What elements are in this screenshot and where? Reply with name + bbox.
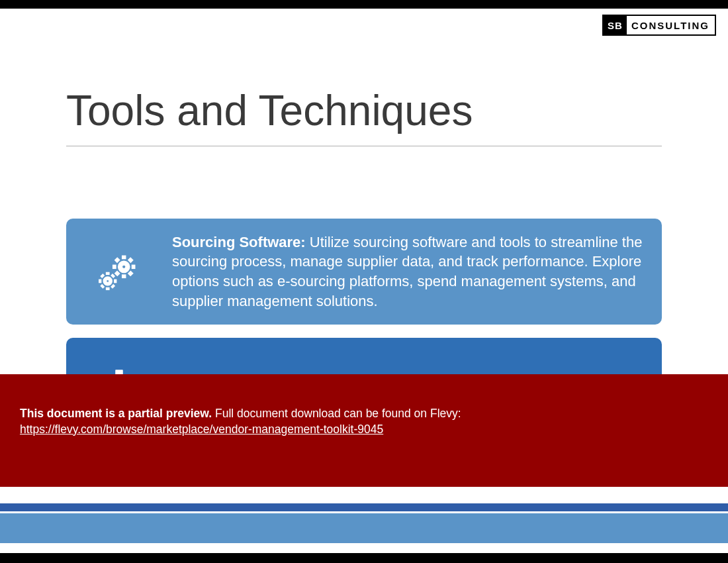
svg-point-0 [120,263,128,271]
top-accent-bar [0,0,728,9]
svg-line-7 [129,259,132,262]
overlay-line1: This document is a partial preview. Full… [20,406,708,422]
svg-point-9 [105,278,111,284]
accent-strip-dark [0,503,728,511]
card-text: Sourcing Software: Utilize sourcing soft… [172,219,662,325]
accent-strip-light [0,513,728,543]
svg-line-16 [112,275,114,277]
bottom-accent-bar [0,553,728,563]
brand-logo-text: CONSULTING [627,16,715,34]
slide: SB CONSULTING Tools and Techniques [0,0,728,563]
slide-title: Tools and Techniques [66,89,473,132]
svg-line-15 [112,285,114,287]
svg-line-6 [129,272,132,275]
svg-line-8 [116,272,118,275]
svg-line-14 [101,275,103,277]
card-lead: Sourcing Software: [172,234,306,250]
overlay-rest: Full document download can be found on F… [212,407,461,420]
svg-line-5 [116,259,118,262]
brand-logo-mark: SB [604,16,627,34]
overlay-lead: This document is a partial preview. [20,407,212,420]
svg-line-17 [101,285,103,287]
preview-overlay: This document is a partial preview. Full… [0,374,728,487]
title-underline [66,146,662,146]
brand-logo: SB CONSULTING [602,15,716,36]
overlay-link[interactable]: https://flevy.com/browse/marketplace/ven… [20,423,383,436]
gears-icon [66,248,172,295]
card-sourcing-software: Sourcing Software: Utilize sourcing soft… [66,219,662,325]
